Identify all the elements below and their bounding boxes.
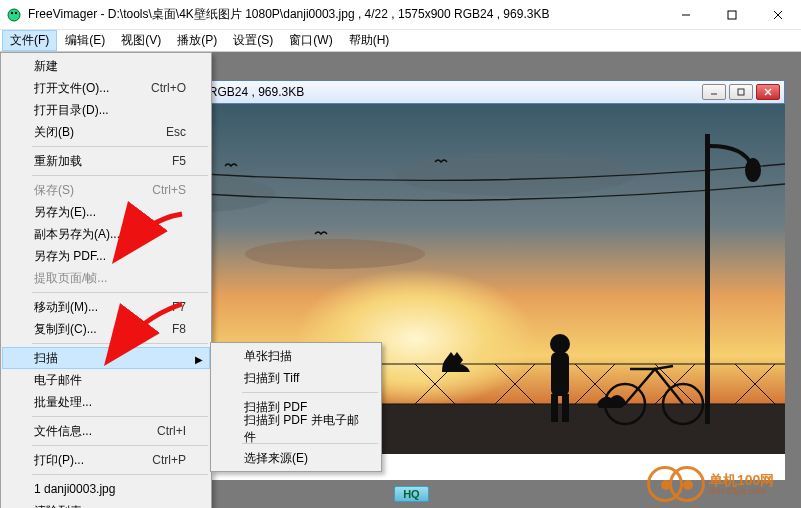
svg-point-18	[245, 239, 425, 269]
menu-edit[interactable]: 编辑(E)	[57, 30, 113, 51]
menu-item-label: 文件信息...	[34, 423, 92, 440]
menu-item[interactable]: 单张扫描	[212, 345, 380, 367]
menu-item-label: 单张扫描	[244, 348, 292, 365]
menu-item-label: 另存为 PDF...	[34, 248, 106, 265]
menu-item[interactable]: 关闭(B)Esc	[2, 121, 210, 143]
svg-rect-5	[728, 11, 736, 19]
menu-item-label: 选择来源(E)	[244, 450, 308, 467]
svg-rect-44	[705, 134, 710, 424]
file-path: D:\tools\桌面\4K壁纸图片 1080P\danji0003.jpg ,…	[108, 7, 550, 21]
menu-shortcut: Ctrl+O	[151, 81, 186, 95]
menu-help[interactable]: 帮助(H)	[341, 30, 398, 51]
annotation-arrow	[110, 210, 190, 274]
close-button[interactable]	[755, 0, 801, 29]
menu-item-label: 清除列表	[34, 503, 82, 509]
site-watermark: 单机100网 dvn-23px.com	[647, 462, 797, 506]
menu-item[interactable]: 打开目录(D)...	[2, 99, 210, 121]
menu-item-label: 重新加载	[34, 153, 82, 170]
svg-rect-51	[551, 394, 558, 422]
window-title: FreeVimager - D:\tools\桌面\4K壁纸图片 1080P\d…	[28, 6, 663, 23]
menu-separator	[242, 392, 378, 393]
menu-item-label: 提取页面/帧...	[34, 270, 107, 287]
menu-item[interactable]: 扫描到 PDF 并电子邮件	[212, 418, 380, 440]
watermark-url: dvn-23px.com	[709, 487, 774, 496]
menu-item-label: 批量处理...	[34, 394, 92, 411]
menu-item[interactable]: 扫描到 Tiff	[212, 367, 380, 389]
menu-separator	[32, 445, 208, 446]
child-minimize-button[interactable]	[702, 84, 726, 100]
submenu-arrow-icon: ▶	[195, 354, 203, 365]
menu-item[interactable]: 重新加载F5	[2, 150, 210, 172]
menu-item-label: 打开文件(O)...	[34, 80, 109, 97]
menu-item-label: 新建	[34, 58, 58, 75]
menu-shortcut: Esc	[166, 125, 186, 139]
menu-item-label: 扫描	[34, 350, 58, 367]
menu-item-label: 复制到(C)...	[34, 321, 97, 338]
menu-item-label: 关闭(B)	[34, 124, 74, 141]
menu-item: 保存(S)Ctrl+S	[2, 179, 210, 201]
menu-item-label: 副本另存为(A)...	[34, 226, 120, 243]
menu-item[interactable]: 批量处理...	[2, 391, 210, 413]
svg-rect-50	[551, 352, 569, 396]
menu-item[interactable]: 新建	[2, 55, 210, 77]
svg-point-49	[550, 334, 570, 354]
menu-item-label: 1 danji0003.jpg	[34, 482, 115, 496]
menu-shortcut: F5	[172, 154, 186, 168]
menu-item[interactable]: 打印(P)...Ctrl+P	[2, 449, 210, 471]
menu-item-label: 扫描到 PDF 并电子邮件	[244, 412, 360, 446]
menu-item-label: 打开目录(D)...	[34, 102, 109, 119]
svg-rect-52	[562, 394, 569, 422]
svg-point-1	[8, 9, 20, 21]
menu-window[interactable]: 窗口(W)	[281, 30, 340, 51]
menu-item-label: 保存(S)	[34, 182, 74, 199]
svg-point-45	[745, 158, 761, 182]
child-maximize-button[interactable]	[729, 84, 753, 100]
menu-item[interactable]: 清除列表	[2, 500, 210, 508]
menu-item[interactable]: 选择来源(E)	[212, 447, 380, 469]
svg-point-2	[11, 11, 13, 13]
menu-separator	[32, 474, 208, 475]
menu-shortcut: Ctrl+I	[157, 424, 186, 438]
watermark-icon	[669, 466, 705, 502]
menu-playback[interactable]: 播放(P)	[169, 30, 225, 51]
svg-rect-11	[738, 89, 744, 95]
menu-separator	[32, 146, 208, 147]
menu-item[interactable]: 文件信息...Ctrl+I	[2, 420, 210, 442]
scan-submenu: 单张扫描扫描到 Tiff扫描到 PDF扫描到 PDF 并电子邮件选择来源(E)	[210, 342, 382, 472]
menu-item-label: 电子邮件	[34, 372, 82, 389]
mdi-client: danji0003.jpg , 4/22 , 1575x900 RGB24 , …	[0, 52, 801, 508]
menu-item[interactable]: 1 danji0003.jpg	[2, 478, 210, 500]
menu-view[interactable]: 视图(V)	[113, 30, 169, 51]
menu-file[interactable]: 文件(F)	[2, 30, 57, 51]
menu-separator	[32, 175, 208, 176]
menu-shortcut: Ctrl+P	[152, 453, 186, 467]
annotation-arrow	[100, 300, 190, 374]
menu-separator	[32, 416, 208, 417]
hq-button[interactable]: HQ	[394, 486, 429, 502]
app-icon	[6, 7, 22, 23]
child-close-button[interactable]	[756, 84, 780, 100]
menu-item-label: 另存为(E)...	[34, 204, 96, 221]
menu-item-label: 打印(P)...	[34, 452, 84, 469]
menu-shortcut: Ctrl+S	[152, 183, 186, 197]
menu-separator	[32, 292, 208, 293]
app-name: FreeVimager	[28, 7, 97, 21]
main-titlebar: FreeVimager - D:\tools\桌面\4K壁纸图片 1080P\d…	[0, 0, 801, 30]
svg-point-17	[395, 152, 635, 196]
menu-item[interactable]: 打开文件(O)...Ctrl+O	[2, 77, 210, 99]
menu-item-label: 移动到(M)...	[34, 299, 98, 316]
maximize-button[interactable]	[709, 0, 755, 29]
menu-settings[interactable]: 设置(S)	[225, 30, 281, 51]
svg-point-3	[15, 11, 17, 13]
menubar: 文件(F) 编辑(E) 视图(V) 播放(P) 设置(S) 窗口(W) 帮助(H…	[0, 30, 801, 52]
menu-item-label: 扫描到 Tiff	[244, 370, 299, 387]
minimize-button[interactable]	[663, 0, 709, 29]
file-menu-dropdown: 新建打开文件(O)...Ctrl+O打开目录(D)...关闭(B)Esc重新加载…	[0, 52, 212, 508]
